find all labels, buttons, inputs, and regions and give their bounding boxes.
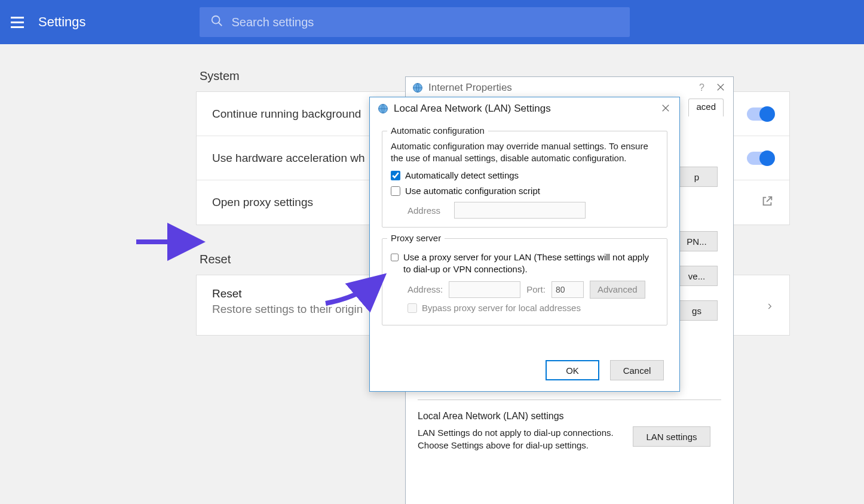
ip-lan-section: Local Area Network (LAN) settings LAN Se… [418,399,721,451]
ip-titlebar[interactable]: Internet Properties ? [406,77,733,99]
auto-address-input[interactable] [454,202,586,219]
auto-address-label: Address [408,205,448,216]
proxy-group: Proxy server Use a proxy server for your… [382,238,667,325]
chk-use-proxy[interactable]: Use a proxy server for your LAN (These s… [391,251,658,276]
close-icon[interactable] [715,82,727,94]
lan-bottom-buttons: OK Cancel [370,360,679,380]
search-bar[interactable] [200,7,630,37]
chk-auto-detect[interactable]: Automatically detect settings [391,170,658,182]
row-label: Open proxy settings [212,196,313,209]
proxy-address-row: Address: Port: Advanced [408,281,658,299]
annotation-arrow-1 [136,233,202,253]
svg-line-1 [218,23,222,26]
lan-titlebar[interactable]: Local Area Network (LAN) Settings [370,97,679,120]
chk-use-proxy-label: Use a proxy server for your LAN (These s… [403,251,658,276]
proxy-address-label: Address: [408,284,443,294]
lan-settings-dialog: Local Area Network (LAN) Settings Automa… [369,97,680,392]
svg-point-0 [212,16,219,24]
ip-btn-settings[interactable]: gs [676,300,718,321]
proxy-port-label: Port: [526,284,546,294]
auto-script-address-row: Address [408,202,658,219]
proxy-address-input[interactable] [449,281,520,298]
auto-config-group: Automatic configuration Automatic config… [382,131,667,228]
ip-title: Internet Properties [428,82,512,94]
ip-tab-advanced[interactable]: aced [688,99,724,116]
globe-icon [377,103,389,115]
toggle-background-apps[interactable] [747,107,774,121]
auto-config-title: Automatic configuration [387,125,488,136]
proxy-advanced-button[interactable]: Advanced [590,281,645,299]
ip-btn-remove[interactable]: ve... [676,266,718,286]
ip-btn-setup[interactable]: p [676,167,718,187]
chk-bypass-local-input[interactable] [408,303,417,313]
page-title: Settings [38,14,86,30]
search-icon [210,14,223,30]
row-label: Use hardware acceleration wh [212,152,365,165]
chk-use-proxy-input[interactable] [391,253,399,262]
help-icon[interactable]: ? [699,82,704,93]
external-link-icon [761,195,774,211]
menu-icon[interactable] [11,14,26,30]
chevron-right-icon [765,300,774,314]
lan-title: Local Area Network (LAN) Settings [394,103,551,115]
app-header: Settings [0,0,864,44]
proxy-port-input[interactable] [552,281,584,298]
ip-lan-settings-button[interactable]: LAN settings [633,426,710,447]
chk-auto-script-label: Use automatic configuration script [405,185,540,197]
annotation-arrow-2 [323,273,388,312]
chk-auto-detect-label: Automatically detect settings [405,170,519,182]
lan-ok-button[interactable]: OK [546,360,599,380]
chk-auto-script-input[interactable] [391,186,400,196]
row-label: Continue running background [212,107,361,121]
proxy-group-title: Proxy server [387,233,445,243]
ip-btn-add-vpn[interactable]: PN... [676,231,718,251]
chk-bypass-local-label: Bypass proxy server for local addresses [422,302,581,314]
globe-icon [412,82,424,94]
ip-lan-text: LAN Settings do not apply to dial-up con… [418,426,621,451]
toggle-hardware-accel[interactable] [747,152,774,165]
chk-auto-script[interactable]: Use automatic configuration script [391,185,658,197]
chk-bypass-local[interactable]: Bypass proxy server for local addresses [408,302,658,314]
search-input[interactable] [232,16,619,29]
auto-config-help: Automatic configuration may override man… [391,140,658,165]
chk-auto-detect-input[interactable] [391,171,400,180]
lan-cancel-button[interactable]: Cancel [610,360,664,380]
ip-lan-title: Local Area Network (LAN) settings [418,411,721,422]
close-icon[interactable] [660,103,672,115]
